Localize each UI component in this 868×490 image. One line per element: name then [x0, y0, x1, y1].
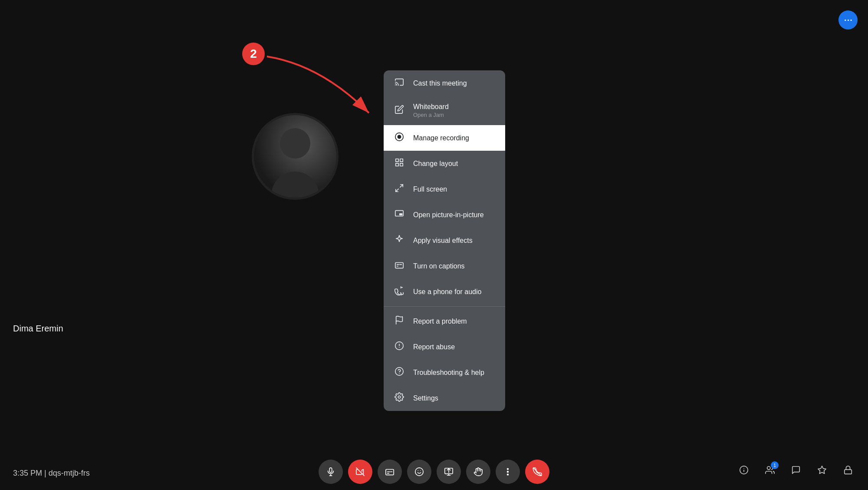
svg-rect-5: [386, 470, 394, 475]
svg-rect-30: [400, 159, 403, 162]
menu-label-captions: Turn on captions: [413, 262, 465, 270]
camera-off-icon: [355, 467, 365, 477]
menu-sub-whiteboard: Open a Jam: [413, 112, 449, 118]
menu-label-whiteboard: Whiteboard: [413, 103, 449, 111]
menu-divider: [384, 306, 505, 307]
mic-button[interactable]: [319, 460, 343, 484]
svg-point-47: [398, 396, 401, 398]
meeting-info: 3:35 PM | dqs-mtjb-frs: [13, 469, 90, 478]
svg-rect-31: [396, 163, 398, 166]
camera-button[interactable]: [348, 460, 372, 484]
svg-marker-24: [818, 466, 826, 473]
present-button[interactable]: [437, 460, 461, 484]
menu-item-visual-effects[interactable]: Apply visual effects: [384, 228, 505, 253]
svg-line-33: [400, 185, 403, 187]
flag-icon: [394, 315, 404, 327]
menu-label-phone-audio: Use a phone for audio: [413, 288, 481, 296]
lock-icon: [843, 465, 853, 475]
menu-item-manage-recording[interactable]: Manage recording: [384, 125, 505, 151]
end-call-button[interactable]: [525, 460, 549, 484]
svg-line-34: [396, 189, 398, 192]
raise-hand-icon: [473, 467, 483, 477]
menu-item-full-screen[interactable]: Full screen: [384, 176, 505, 202]
svg-point-45: [395, 368, 403, 375]
lock-button[interactable]: [838, 460, 858, 480]
meeting-time: 3:35 PM: [13, 469, 42, 477]
participant-avatar: [252, 113, 339, 200]
activities-button[interactable]: [812, 460, 832, 480]
fullscreen-icon: [394, 183, 404, 195]
more-options-button[interactable]: [496, 460, 520, 484]
avatar-face: [254, 115, 336, 198]
cast-icon: [394, 77, 404, 89]
step-badge: 2: [242, 43, 265, 65]
emoji-button[interactable]: [407, 460, 431, 484]
menu-label-pip: Open picture-in-picture: [413, 211, 484, 219]
svg-rect-37: [395, 263, 403, 268]
svg-point-16: [507, 468, 509, 470]
more-icon: ⋯: [844, 15, 853, 25]
sparkle-icon: [394, 235, 404, 246]
menu-item-settings[interactable]: Settings: [384, 385, 505, 411]
right-controls: 1: [734, 460, 858, 480]
menu-item-whiteboard[interactable]: WhiteboardOpen a Jam: [384, 96, 505, 125]
info-button[interactable]: [734, 460, 753, 480]
svg-point-23: [767, 467, 770, 470]
meeting-id: dqs-mtjb-frs: [49, 469, 90, 477]
captions-button[interactable]: [378, 460, 402, 484]
participant-name: Dima Eremin: [13, 324, 63, 334]
menu-label-full-screen: Full screen: [413, 185, 447, 193]
svg-point-9: [415, 468, 423, 476]
menu-item-phone-audio[interactable]: Use a phone for audio: [384, 279, 505, 305]
menu-label-settings: Settings: [413, 394, 438, 402]
menu-label-troubleshoot: Troubleshooting & help: [413, 369, 484, 377]
svg-rect-25: [845, 470, 852, 474]
end-call-icon: [533, 467, 542, 477]
menu-item-cast[interactable]: Cast this meeting: [384, 70, 505, 96]
svg-point-17: [507, 471, 509, 473]
gear-icon: [394, 392, 404, 404]
people-badge: 1: [771, 461, 779, 469]
raise-hand-button[interactable]: [466, 460, 490, 484]
activities-icon: [817, 465, 827, 475]
more-options-icon: [503, 467, 513, 477]
svg-point-18: [507, 474, 509, 475]
menu-item-pip[interactable]: Open picture-in-picture: [384, 202, 505, 228]
edit-icon: [394, 105, 404, 116]
dropdown-menu: Cast this meetingWhiteboardOpen a JamMan…: [384, 70, 505, 411]
menu-label-report-problem: Report a problem: [413, 318, 467, 325]
menu-label-manage-recording: Manage recording: [413, 134, 469, 142]
svg-rect-1: [329, 468, 332, 473]
record-icon: [394, 132, 404, 144]
menu-item-report-problem[interactable]: Report a problem: [384, 308, 505, 334]
help-icon: [394, 367, 404, 378]
chat-icon: [791, 465, 801, 475]
menu-label-change-layout: Change layout: [413, 160, 458, 168]
captions-icon: [385, 467, 395, 477]
menu-item-change-layout[interactable]: Change layout: [384, 151, 505, 176]
menu-item-report-abuse[interactable]: Report abuse: [384, 334, 505, 360]
svg-point-28: [398, 135, 401, 138]
pip-icon: [394, 209, 404, 221]
info-icon: [739, 465, 749, 475]
menu-label-cast: Cast this meeting: [413, 79, 467, 87]
controls-bar: [319, 460, 549, 484]
svg-rect-36: [399, 213, 402, 215]
phone-icon: [394, 286, 404, 298]
captions-icon: [394, 260, 404, 272]
menu-label-report-abuse: Report abuse: [413, 343, 455, 351]
people-button[interactable]: 1: [760, 460, 779, 480]
menu-item-troubleshoot[interactable]: Troubleshooting & help: [384, 360, 505, 385]
warning-icon: [394, 341, 404, 353]
chat-button[interactable]: [786, 460, 806, 480]
layout-icon: [394, 158, 404, 169]
menu-item-captions[interactable]: Turn on captions: [384, 253, 505, 279]
present-icon: [444, 467, 454, 477]
svg-rect-29: [396, 159, 398, 162]
mic-icon: [326, 467, 335, 477]
emoji-icon: [414, 467, 424, 477]
svg-rect-32: [400, 163, 403, 166]
top-more-button[interactable]: ⋯: [838, 10, 858, 30]
menu-label-visual-effects: Apply visual effects: [413, 237, 473, 245]
